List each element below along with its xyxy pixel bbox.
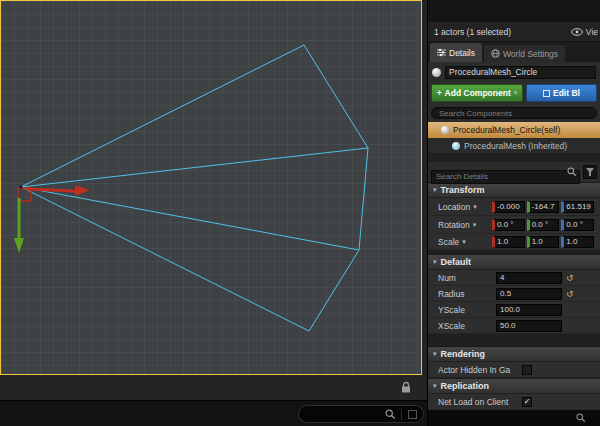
check-icon: ✓ — [524, 397, 531, 406]
component-inherited-label: ProceduralMesh (Inherited) — [464, 141, 567, 151]
search-icon — [385, 409, 396, 420]
viewport-search-input[interactable] — [298, 405, 424, 423]
section-header-transform[interactable]: ▾ Transform — [428, 182, 600, 198]
chevron-down-icon: ▾ — [462, 238, 466, 246]
scale-y-field[interactable]: 1.0 — [527, 236, 560, 248]
net-load-label: Net Load on Client — [438, 397, 516, 407]
chevron-down-icon: ▾ — [433, 350, 437, 358]
details-filter-button[interactable] — [583, 165, 597, 179]
filter-grid-icon[interactable] — [408, 410, 417, 419]
unreal-editor-window: 1 actors (1 selected) Vie De — [0, 0, 600, 426]
actor-hidden-label: Actor Hidden In Ga — [438, 365, 516, 375]
transform-gizmo[interactable] — [14, 185, 90, 253]
world-settings-tab-icon — [491, 49, 500, 58]
edit-blueprint-button[interactable]: Edit Bl — [526, 84, 597, 102]
num-row: Num 4 ↺ — [428, 270, 600, 286]
search-icon — [567, 167, 577, 177]
component-item-self[interactable]: ProceduralMesh_Circle(self) — [428, 122, 600, 138]
lock-icon[interactable] — [401, 381, 411, 393]
section-header-rendering[interactable]: ▾ Rendering — [428, 346, 600, 362]
net-load-row: Net Load on Client ✓ — [428, 394, 600, 410]
spacer — [428, 334, 600, 346]
actor-hidden-checkbox[interactable] — [522, 365, 532, 375]
net-load-checkbox[interactable]: ✓ — [522, 397, 532, 407]
rendering-title: Rendering — [441, 349, 486, 359]
scale-row: Scale ▾ 1.0 1.0 1.0 — [428, 234, 600, 250]
actors-status: 1 actors (1 selected) — [434, 27, 511, 37]
actors-status-bar: 1 actors (1 selected) Vie — [428, 22, 600, 42]
scale-z-field[interactable]: 1.0 — [561, 236, 594, 248]
tab-world-settings[interactable]: World Settings — [484, 45, 565, 62]
details-panel: 1 actors (1 selected) Vie De — [427, 0, 600, 426]
gizmo-origin — [20, 186, 23, 189]
location-label[interactable]: Location ▾ — [438, 202, 492, 212]
actor-sphere-icon — [432, 68, 441, 77]
transform-title: Transform — [441, 185, 485, 195]
component-self-label: ProceduralMesh_Circle(self) — [453, 125, 560, 135]
tab-world-settings-label: World Settings — [503, 49, 558, 59]
reset-to-default-icon[interactable]: ↺ — [566, 289, 574, 299]
scale-label[interactable]: Scale ▾ — [438, 237, 492, 247]
chevron-down-icon: ▾ — [433, 382, 437, 390]
xscale-label: XScale — [438, 321, 496, 331]
chevron-down-icon: ▾ — [473, 221, 477, 229]
scale-x-field[interactable]: 1.0 — [492, 236, 525, 248]
view-options-label: Vie — [586, 27, 598, 37]
chevron-down-icon: ▾ — [473, 203, 477, 211]
view-options-button[interactable]: Vie — [571, 27, 598, 37]
yscale-field[interactable]: 100.0 — [496, 304, 562, 316]
component-sphere-icon — [441, 126, 449, 134]
panel-tabs: Details World Settings — [428, 42, 600, 62]
actor-name-input[interactable] — [445, 66, 596, 79]
yscale-row: YScale 100.0 — [428, 302, 600, 318]
search-components-row — [428, 104, 600, 122]
location-x-field[interactable]: -0.000 — [492, 201, 525, 213]
location-y-field[interactable]: -164.7 — [527, 201, 560, 213]
location-z-field[interactable]: 61.519 — [561, 201, 594, 213]
tab-details[interactable]: Details — [430, 43, 482, 62]
rotation-row: Rotation ▾ 0.0 ° 0.0 ° 0.0 ° — [428, 216, 600, 234]
radius-field[interactable]: 0.5 — [496, 288, 562, 300]
add-component-label: Add Component — [445, 88, 511, 98]
rotation-label[interactable]: Rotation ▾ — [438, 220, 492, 230]
add-component-button[interactable]: + Add Component ▾ — [431, 84, 523, 102]
reset-to-default-icon[interactable]: ↺ — [566, 273, 574, 283]
component-mesh-icon — [452, 142, 460, 150]
search-components-input[interactable] — [431, 107, 597, 119]
yscale-label: YScale — [438, 305, 496, 315]
search-details-input[interactable] — [431, 170, 580, 184]
details-tab-icon — [437, 48, 446, 57]
location-row: Location ▾ -0.000 -164.7 61.519 — [428, 198, 600, 216]
xscale-row: XScale 50.0 — [428, 318, 600, 334]
radius-row: Radius 0.5 ↺ — [428, 286, 600, 302]
actor-hidden-row: Actor Hidden In Ga — [428, 362, 600, 378]
num-label: Num — [438, 273, 496, 283]
num-field[interactable]: 4 — [496, 272, 562, 284]
panel-bottom-search[interactable] — [428, 410, 600, 426]
gizmo-x-arrowhead[interactable] — [75, 185, 90, 196]
viewport-canvas[interactable] — [1, 1, 421, 374]
gizmo-x-axis[interactable] — [25, 189, 75, 191]
tab-details-label: Details — [449, 48, 475, 58]
xscale-field[interactable]: 50.0 — [496, 320, 562, 332]
replication-title: Replication — [441, 381, 490, 391]
panel-top-strip — [428, 0, 600, 22]
component-buttons-row: + Add Component ▾ Edit Bl — [428, 82, 600, 104]
component-item-inherited[interactable]: ProceduralMesh (Inherited) — [428, 138, 600, 154]
procedural-mesh-wireframe — [21, 45, 368, 331]
spacer — [428, 154, 600, 162]
chevron-down-icon: ▾ — [514, 89, 518, 97]
section-header-replication[interactable]: ▾ Replication — [428, 378, 600, 394]
3d-viewport[interactable] — [0, 0, 422, 375]
actor-name-row — [428, 62, 600, 82]
rotation-x-field[interactable]: 0.0 ° — [492, 219, 525, 231]
viewport-bottom-bar — [0, 400, 427, 426]
search-details-row — [428, 162, 600, 182]
edit-blueprint-label: Edit Bl — [553, 88, 580, 98]
rotation-y-field[interactable]: 0.0 ° — [527, 219, 560, 231]
divider — [401, 409, 402, 420]
rotation-z-field[interactable]: 0.0 ° — [561, 219, 594, 231]
section-header-default[interactable]: ▾ Default — [428, 254, 600, 270]
gizmo-y-arrowhead[interactable] — [14, 238, 24, 253]
default-title: Default — [441, 257, 472, 267]
